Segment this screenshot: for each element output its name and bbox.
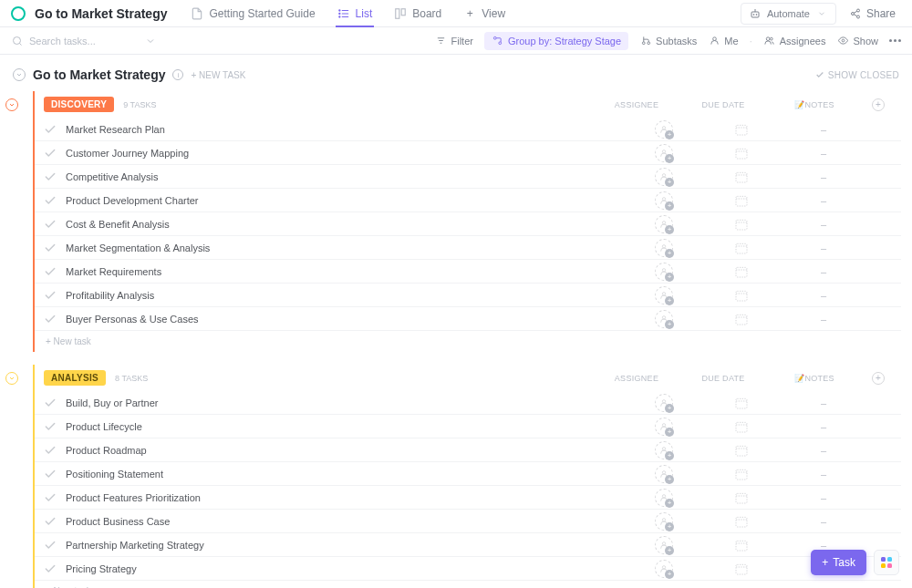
add-column-button[interactable]: +	[872, 98, 885, 111]
task-row[interactable]: Market Requirements–	[35, 260, 901, 284]
view-getting-started[interactable]: Getting Started Guide	[181, 0, 324, 27]
assignee-placeholder[interactable]	[655, 120, 673, 139]
task-row[interactable]: Product Lifecycle–	[35, 415, 901, 438]
check-icon[interactable]	[44, 265, 57, 278]
new-task-fab[interactable]: + Task	[811, 550, 866, 575]
check-icon[interactable]	[44, 397, 57, 409]
check-icon[interactable]	[44, 420, 57, 433]
new-task-in-group[interactable]: + New task	[35, 581, 901, 588]
calendar-placeholder-icon[interactable]	[734, 288, 749, 303]
new-task-button[interactable]: + NEW TASK	[191, 70, 245, 80]
col-notes-header[interactable]: 📝NOTES	[773, 374, 855, 383]
filter-button[interactable]: Filter	[435, 35, 473, 47]
view-board[interactable]: Board	[385, 0, 451, 27]
info-icon[interactable]: i	[172, 69, 183, 80]
col-assignee-header[interactable]: ASSIGNEE	[600, 100, 673, 109]
calendar-placeholder-icon[interactable]	[734, 419, 749, 434]
notes-cell[interactable]: –	[782, 492, 865, 503]
calendar-placeholder-icon[interactable]	[734, 241, 749, 255]
check-icon[interactable]	[44, 539, 57, 552]
col-duedate-header[interactable]: DUE DATE	[682, 100, 764, 109]
assignee-placeholder[interactable]	[655, 536, 673, 554]
view-add[interactable]: + View	[454, 0, 514, 27]
check-icon[interactable]	[44, 170, 57, 183]
notes-cell[interactable]: –	[782, 421, 865, 432]
notes-cell[interactable]: –	[782, 314, 865, 325]
task-row[interactable]: Market Research Plan–	[35, 118, 901, 141]
share-button[interactable]: Share	[844, 4, 901, 24]
check-icon[interactable]	[44, 515, 57, 528]
me-button[interactable]: Me	[708, 35, 738, 47]
assignee-placeholder[interactable]	[655, 263, 673, 281]
task-row[interactable]: Positioning Statement–	[35, 462, 901, 486]
check-icon[interactable]	[44, 444, 57, 457]
assignee-placeholder[interactable]	[655, 286, 673, 304]
task-row[interactable]: Pricing Strategy–	[35, 557, 901, 581]
assignee-placeholder[interactable]	[655, 560, 673, 578]
group-label[interactable]: DISCOVERY	[44, 97, 114, 112]
check-icon[interactable]	[44, 218, 57, 231]
assignee-placeholder[interactable]	[655, 394, 673, 412]
assignee-placeholder[interactable]	[655, 512, 673, 531]
calendar-placeholder-icon[interactable]	[734, 217, 749, 232]
assignee-placeholder[interactable]	[655, 441, 673, 459]
task-row[interactable]: Product Business Case–	[35, 510, 901, 533]
new-task-in-group[interactable]: + New task	[35, 331, 901, 352]
task-row[interactable]: Product Development Charter–	[35, 189, 901, 212]
group-label[interactable]: ANALYSIS	[44, 370, 106, 386]
task-row[interactable]: Partnership Marketing Strategy–	[35, 533, 901, 557]
automate-button[interactable]: Automate	[741, 3, 836, 25]
col-assignee-header[interactable]: ASSIGNEE	[600, 374, 673, 383]
notes-cell[interactable]: –	[782, 242, 865, 253]
assignee-placeholder[interactable]	[655, 168, 673, 186]
assignee-placeholder[interactable]	[655, 465, 673, 483]
assignee-placeholder[interactable]	[655, 310, 673, 328]
task-row[interactable]: Build, Buy or Partner–	[35, 391, 901, 415]
calendar-placeholder-icon[interactable]	[734, 467, 749, 481]
task-row[interactable]: Buyer Personas & Use Cases–	[35, 307, 901, 331]
add-column-button[interactable]: +	[872, 372, 885, 385]
app-logo-icon[interactable]	[11, 6, 26, 21]
notes-cell[interactable]: –	[782, 195, 865, 206]
calendar-placeholder-icon[interactable]	[734, 122, 749, 137]
group-by-button[interactable]: Group by: Strategy Stage	[484, 32, 628, 50]
assignee-placeholder[interactable]	[655, 239, 673, 257]
calendar-placeholder-icon[interactable]	[734, 514, 749, 529]
collapse-group-button[interactable]	[5, 372, 18, 385]
calendar-placeholder-icon[interactable]	[734, 490, 749, 505]
notes-cell[interactable]: –	[782, 148, 865, 159]
show-button[interactable]: Show	[836, 35, 878, 47]
check-icon[interactable]	[44, 313, 57, 325]
check-icon[interactable]	[44, 147, 57, 160]
collapse-group-button[interactable]	[5, 98, 18, 111]
notes-cell[interactable]: –	[782, 540, 865, 551]
task-row[interactable]: Market Segmentation & Analysis–	[35, 236, 901, 260]
search-box[interactable]	[11, 35, 157, 47]
notes-cell[interactable]: –	[782, 516, 865, 527]
check-icon[interactable]	[44, 468, 57, 480]
notes-cell[interactable]: –	[782, 266, 865, 277]
collapse-list-button[interactable]	[13, 68, 26, 81]
calendar-placeholder-icon[interactable]	[734, 396, 749, 410]
search-input[interactable]	[29, 36, 120, 46]
view-list[interactable]: List	[328, 0, 382, 27]
task-row[interactable]: Cost & Benefit Analysis–	[35, 212, 901, 236]
check-icon[interactable]	[44, 194, 57, 207]
check-icon[interactable]	[44, 562, 57, 575]
assignee-placeholder[interactable]	[655, 191, 673, 210]
apps-menu-button[interactable]	[874, 550, 899, 575]
assignee-placeholder[interactable]	[655, 489, 673, 507]
assignees-button[interactable]: Assignees	[763, 35, 826, 47]
notes-cell[interactable]: –	[782, 124, 865, 135]
notes-cell[interactable]: –	[782, 469, 865, 480]
col-duedate-header[interactable]: DUE DATE	[682, 374, 764, 383]
notes-cell[interactable]: –	[782, 445, 865, 456]
task-row[interactable]: Profitability Analysis–	[35, 284, 901, 307]
assignee-placeholder[interactable]	[655, 418, 673, 436]
calendar-placeholder-icon[interactable]	[734, 146, 749, 160]
task-row[interactable]: Product Roadmap–	[35, 438, 901, 462]
calendar-placeholder-icon[interactable]	[734, 538, 749, 552]
check-icon[interactable]	[44, 242, 57, 254]
notes-cell[interactable]: –	[782, 171, 865, 182]
check-icon[interactable]	[44, 491, 57, 504]
